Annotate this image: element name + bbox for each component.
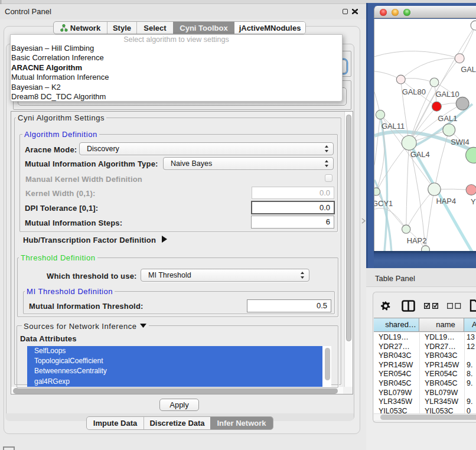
svg-text:GAL1: GAL1 xyxy=(438,114,457,123)
svg-text:GCY1: GCY1 xyxy=(374,199,393,208)
svg-text:GAL10: GAL10 xyxy=(435,90,459,99)
svg-text:Y: Y xyxy=(471,197,476,206)
svg-text:GAL11: GAL11 xyxy=(382,122,405,131)
svg-text:HAP4: HAP4 xyxy=(436,197,456,206)
svg-text:GAL4: GAL4 xyxy=(410,150,430,159)
svg-text:GAL80: GAL80 xyxy=(402,87,426,96)
svg-text:SWI4: SWI4 xyxy=(451,138,470,146)
svg-text:GAL: GAL xyxy=(461,65,476,74)
svg-text:HAP2: HAP2 xyxy=(407,236,427,245)
